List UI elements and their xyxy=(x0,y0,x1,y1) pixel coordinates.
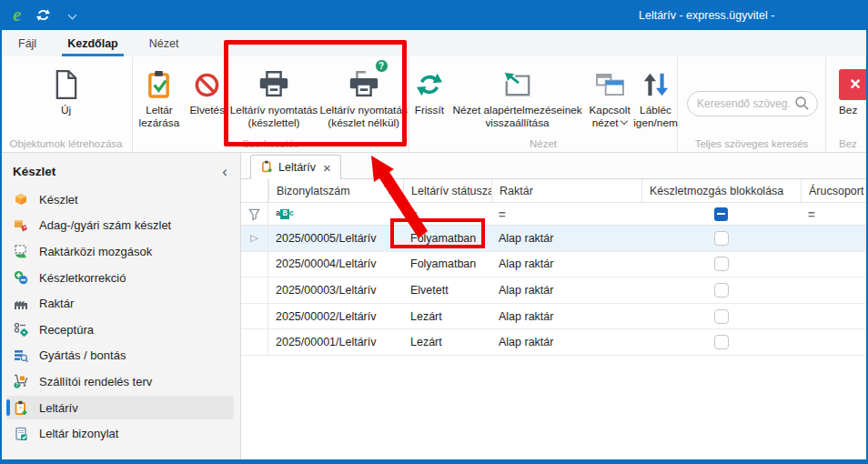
ribbon-group-label: Nézet xyxy=(409,138,677,149)
bizonylatszam-cell: 2025/00002/Leltárív xyxy=(268,304,403,329)
filter-equals-statusz[interactable]: = xyxy=(403,203,491,225)
blokkolas-cell xyxy=(641,329,801,355)
close-icon: × xyxy=(839,65,868,105)
new-button[interactable]: Új xyxy=(12,65,121,136)
sidebar-item-label: Készlet xyxy=(39,193,78,207)
discard-label: Elvetés xyxy=(189,105,225,117)
sidebar-item-raktarkozi-mozgasok[interactable]: Raktárközi mozgások xyxy=(0,238,240,265)
block-icon xyxy=(194,65,220,105)
linked-view-label: Kapcsolt nézet xyxy=(585,105,634,129)
table-row[interactable]: 2025/00001/Leltárív Lezárt Alap raktár xyxy=(241,329,868,356)
printer-question-icon: ? xyxy=(347,65,381,105)
expand-row-icon[interactable]: ▷ xyxy=(241,226,268,251)
filter-funnel-icon[interactable] xyxy=(241,203,268,225)
close-inventory-button[interactable]: Leltár lezárása xyxy=(133,65,186,136)
arucsoport-cell xyxy=(801,277,868,303)
window-title: Leltárív - express.ügyvitel - xyxy=(639,0,774,30)
arucsoport-cell xyxy=(801,226,868,251)
sidebar-item-label: Készletkorrekció xyxy=(39,271,126,285)
ribbon: Új Objektumok létrehozása Leltár lezárás… xyxy=(0,56,868,153)
sidebar-item-label: Gyártás / bontás xyxy=(39,348,126,362)
filter-abc-icon[interactable]: aBc xyxy=(268,203,403,225)
raktar-cell: Alap raktár xyxy=(491,304,641,329)
svg-text:?: ? xyxy=(15,384,18,388)
app-logo-icon: e xyxy=(13,5,21,25)
print-with-stock-button[interactable]: Leltárív nyomtatás (készlettel) xyxy=(229,65,319,136)
tab-nezet[interactable]: Nézet xyxy=(144,30,185,56)
filter-checkbox-blokkolas[interactable] xyxy=(641,203,801,225)
document-tab-strip: Leltárív × xyxy=(241,153,868,179)
blokkolas-cell xyxy=(641,277,801,303)
reset-view-button[interactable]: Nézet alapértelmezéseinek visszaállítása xyxy=(449,65,585,136)
table-row[interactable]: ▷ 2025/00005/Leltárív Folyamatban Alap r… xyxy=(241,226,868,252)
sidebar-item-leltar-bizonylat[interactable]: Leltár bizonylat xyxy=(0,420,240,447)
statusz-cell: Folyamatban xyxy=(403,226,491,251)
filter-equals-raktar[interactable]: = xyxy=(491,203,641,225)
sidebar-item-raktar[interactable]: Raktár xyxy=(0,290,240,317)
bizonylatszam-cell: 2025/00003/Leltárív xyxy=(268,277,403,303)
sidebar-item-keszletkorrekcio[interactable]: Készletkorrekció xyxy=(0,265,240,291)
footer-toggle-button[interactable]: Lábléc igen/nem xyxy=(634,65,677,136)
tab-close-icon[interactable]: × xyxy=(323,161,331,175)
arucsoport-cell xyxy=(801,304,868,329)
statusz-cell: Elvetett xyxy=(403,277,491,303)
indeterminate-checkbox-icon xyxy=(714,207,728,221)
sidebar-item-szallitoi-rendeles-terv[interactable]: ? Szállítói rendelés terv xyxy=(0,368,240,395)
table-filter-row: aBc = = = xyxy=(241,203,868,226)
refresh-icon xyxy=(416,65,443,105)
inventory-doc-icon xyxy=(13,426,28,441)
refresh-button[interactable]: Frissít xyxy=(409,65,449,136)
inventory-sheet-icon: ? xyxy=(13,400,28,416)
tab-fajl[interactable]: Fájl xyxy=(13,30,42,56)
column-header-bizonylatszam[interactable]: Bizonylatszám xyxy=(268,179,403,202)
inventory-sheet-icon xyxy=(260,160,273,176)
document-tab-leltariv[interactable]: Leltárív × xyxy=(250,155,341,179)
blokkolas-checkbox[interactable] xyxy=(714,257,729,271)
sidebar-collapse-icon[interactable]: ‹ xyxy=(222,164,227,179)
blokkolas-checkbox[interactable] xyxy=(714,335,729,349)
window-border xyxy=(0,459,868,464)
column-header-arucsoport[interactable]: Árucsoport szűré xyxy=(801,179,868,202)
box-icon xyxy=(13,192,28,207)
refresh-quickaccess-icon[interactable] xyxy=(35,7,51,23)
footer-toggle-label: Lábléc igen/nem xyxy=(633,105,678,129)
new-button-label: Új xyxy=(61,105,71,117)
reset-view-icon xyxy=(502,65,533,105)
sidebar-item-keszlet[interactable]: Készlet xyxy=(0,187,240,213)
table-row[interactable]: 2025/00004/Leltárív Folyamatban Alap rak… xyxy=(241,252,868,278)
column-header-blokkolas[interactable]: Készletmozgás blokkolása xyxy=(641,179,801,202)
content-area: Leltárív × Bizonylatszám xyxy=(241,153,868,459)
blokkolas-cell xyxy=(641,252,801,277)
column-header-statusz[interactable]: Leltárív státusza xyxy=(403,179,491,202)
sidebar-item-adag-gyari-szam[interactable]: Adag-/gyári szám készlet xyxy=(0,213,240,239)
blokkolas-checkbox[interactable] xyxy=(714,231,729,246)
column-header-raktar[interactable]: Raktár xyxy=(491,179,641,202)
tab-kezdolap[interactable]: Kezdőlap xyxy=(62,30,124,56)
table-row[interactable]: 2025/00002/Leltárív Lezárt Alap raktár xyxy=(241,304,868,330)
print-without-stock-button[interactable]: ? Leltárív nyomtatás (készlet nélkül) xyxy=(318,65,409,136)
close-view-button[interactable]: × Bez xyxy=(839,65,868,136)
sidebar-item-leltariv[interactable]: ? Leltárív xyxy=(0,395,240,421)
ribbon-group-szerkesztes: Leltár lezárása Elvetés xyxy=(133,56,409,152)
sidebar-item-receptura[interactable]: Receptúra xyxy=(0,317,240,343)
raktar-cell: Alap raktár xyxy=(491,226,641,251)
filter-equals-arucsoport[interactable]: = xyxy=(801,203,868,225)
table-row[interactable]: 2025/00003/Leltárív Elvetett Alap raktár xyxy=(241,277,868,304)
recipe-icon xyxy=(13,322,28,338)
document-tab-label: Leltárív xyxy=(278,161,316,174)
printer-icon xyxy=(257,65,291,105)
sidebar-item-gyartas-bontas[interactable]: Gyártás / bontás xyxy=(0,343,240,369)
tag-box-icon xyxy=(13,217,28,233)
discard-button[interactable]: Elvetés xyxy=(186,65,229,136)
sidebar-item-label: Leltárív xyxy=(39,401,78,415)
close-inventory-label: Leltár lezárása xyxy=(133,105,186,129)
bizonylatszam-cell: 2025/00001/Leltárív xyxy=(268,329,403,355)
blokkolas-checkbox[interactable] xyxy=(714,309,729,324)
sidebar-selection-bar xyxy=(6,399,10,417)
blokkolas-checkbox[interactable] xyxy=(714,283,729,298)
linked-view-button[interactable]: Kapcsolt nézet xyxy=(585,65,634,136)
footer-toggle-icon xyxy=(642,65,670,105)
chevron-down-icon xyxy=(621,118,628,125)
column-filter-icon[interactable] xyxy=(384,185,396,197)
quickaccess-chevron-down-icon[interactable] xyxy=(69,12,76,19)
